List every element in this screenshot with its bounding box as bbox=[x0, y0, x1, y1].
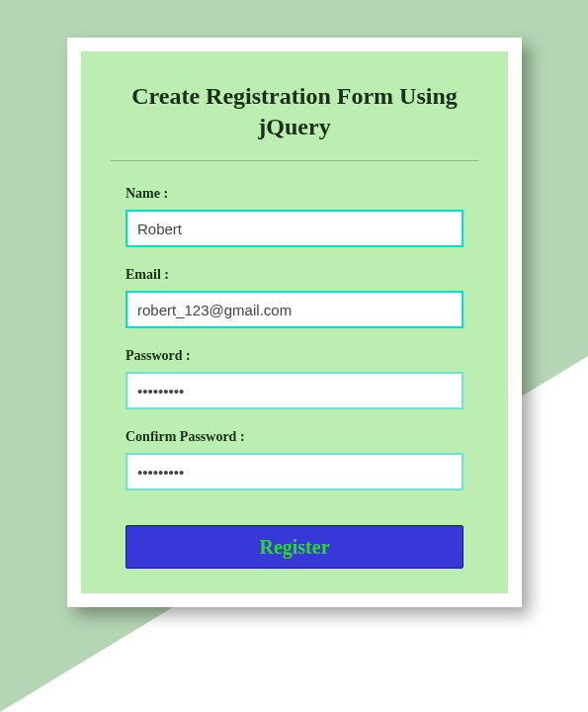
email-input[interactable] bbox=[126, 291, 463, 328]
name-field-group: Name : bbox=[111, 186, 478, 247]
form-title: Create Registration Form Using jQuery bbox=[111, 81, 478, 142]
register-button[interactable]: Register bbox=[126, 525, 463, 569]
password-label: Password : bbox=[126, 348, 463, 364]
registration-form-card: Create Registration Form Using jQuery Na… bbox=[67, 38, 522, 607]
email-field-group: Email : bbox=[111, 267, 478, 328]
password-input[interactable] bbox=[126, 372, 463, 409]
name-input[interactable] bbox=[126, 210, 463, 247]
name-label: Name : bbox=[126, 186, 463, 202]
confirm-password-label: Confirm Password : bbox=[126, 429, 463, 445]
confirm-password-field-group: Confirm Password : bbox=[111, 429, 478, 490]
confirm-password-input[interactable] bbox=[126, 453, 463, 490]
submit-container: Register bbox=[111, 510, 478, 569]
divider bbox=[111, 160, 478, 161]
password-field-group: Password : bbox=[111, 348, 478, 409]
email-label: Email : bbox=[126, 267, 463, 283]
